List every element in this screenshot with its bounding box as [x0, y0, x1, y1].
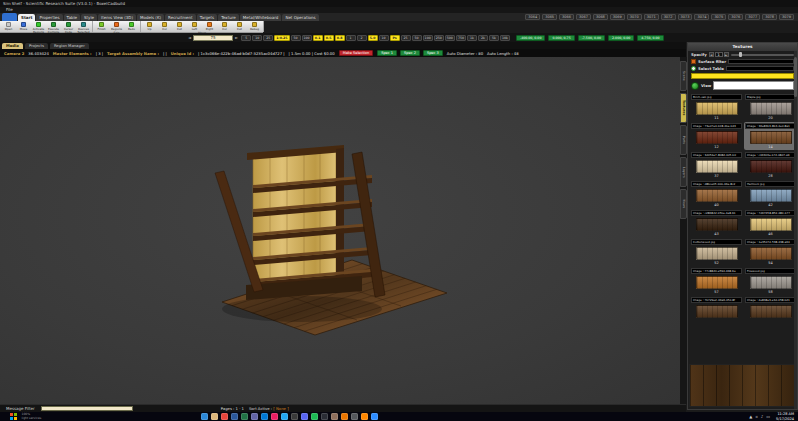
ribbon-tab[interactable]: Metal/Whiteboard — [240, 14, 282, 21]
snap-button[interactable]: 1 — [346, 35, 356, 41]
texture-cell[interactable]: Image : 7b729e2-46a6-45d-8f — [690, 296, 743, 320]
mini-top-button[interactable]: 3065 — [542, 14, 557, 20]
snap-button[interactable]: 250 — [434, 35, 444, 41]
taskbar-app-icon[interactable] — [261, 413, 268, 420]
mini-top-button[interactable]: 3077 — [745, 14, 760, 20]
coordinate-button[interactable]: -7.500, 0.00 — [578, 35, 605, 41]
snap-button[interactable]: 10 — [379, 35, 389, 41]
ribbon-button[interactable]: Finish — [94, 21, 109, 31]
mini-top-button[interactable]: 3073 — [678, 14, 693, 20]
ribbon-tab[interactable]: Table — [64, 14, 80, 21]
mini-top-button[interactable]: 3068 — [593, 14, 608, 20]
select-table-radio[interactable] — [691, 66, 696, 71]
panel-scrollbar[interactable] — [794, 51, 797, 409]
coordinate-button[interactable]: 0.000, 0.75 — [548, 35, 574, 41]
ribbon-tab[interactable]: Recruitment — [165, 14, 196, 21]
snap-button[interactable]: 50 — [412, 35, 422, 41]
texture-cell[interactable]: Image : 3d054e7-8082-4d5-b0 37 — [690, 151, 743, 179]
texture-cell[interactable]: Cottonwood.jpg 52 — [690, 238, 743, 266]
surface-filter-icon[interactable] — [691, 59, 696, 64]
ribbon-button[interactable]: Up — [142, 21, 157, 31]
taskbar-app-icon[interactable] — [291, 413, 298, 420]
ribbon-tab[interactable]: Texture — [218, 14, 239, 21]
texture-thumbnail[interactable] — [750, 102, 792, 115]
select-table-field[interactable] — [726, 66, 794, 71]
texture-thumbnail[interactable] — [750, 131, 792, 144]
texture-thumbnail[interactable] — [696, 131, 738, 144]
panel-side-tab[interactable]: Scene — [680, 61, 687, 91]
mini-top-button[interactable]: 3067 — [576, 14, 591, 20]
ribbon-button[interactable]: Col — [217, 21, 232, 31]
mini-top-button[interactable]: 3072 — [661, 14, 676, 20]
texture-thumbnail[interactable] — [696, 102, 738, 115]
texture-cell[interactable]: Image : 77c8820-e59d-468-9e 57 — [690, 267, 743, 295]
ribbon-tab[interactable]: Properties — [36, 14, 62, 21]
taskbar-app-icon[interactable] — [341, 413, 348, 420]
taskbar-app-icon[interactable] — [321, 413, 328, 420]
snap-button[interactable]: 10k — [500, 35, 510, 41]
texture-thumbnail[interactable] — [696, 276, 738, 289]
snap-button[interactable]: 1k — [467, 35, 477, 41]
step-left-arrow[interactable]: ◄ — [188, 35, 191, 40]
ribbon-tab[interactable]: Models (K) — [137, 14, 164, 21]
tray-icon[interactable]: ▭ — [766, 414, 770, 419]
snap-button[interactable]: 5.0 — [368, 35, 378, 41]
panel-side-tab[interactable]: Textures — [680, 93, 687, 123]
texture-search-input[interactable] — [691, 73, 794, 79]
texture-cell[interactable]: Image : 73ed7e4-b08-4be-b43 12 — [690, 122, 743, 150]
taskbar-app-icon[interactable] — [221, 413, 228, 420]
texture-large-preview[interactable] — [689, 364, 796, 407]
ribbon-button[interactable]: Redo — [124, 21, 139, 31]
snap-button[interactable]: 5k — [489, 35, 499, 41]
snap-button[interactable]: 25 — [263, 35, 273, 41]
ribbon-button[interactable]: Right — [202, 21, 217, 31]
texture-thumbnail[interactable] — [750, 189, 792, 202]
ribbon-tab[interactable]: Items View (3D) — [98, 14, 136, 21]
texture-cell[interactable]: Image : 7d67658-852-480-b77 46 — [744, 209, 797, 237]
coordinate-button[interactable]: 2.000, 0.00 — [608, 35, 634, 41]
texture-thumbnail[interactable] — [750, 218, 792, 231]
tray-icon[interactable]: ♪ — [761, 414, 764, 419]
taskbar-app-icon[interactable] — [211, 413, 218, 420]
panel-side-tab[interactable]: Layers — [680, 157, 687, 187]
texture-thumbnail[interactable] — [750, 305, 792, 318]
step-value-input[interactable] — [193, 35, 233, 41]
ribbon-tab[interactable]: Net Operations — [282, 14, 318, 21]
taskbar-app-icon[interactable] — [231, 413, 238, 420]
view-icon[interactable] — [691, 82, 699, 90]
tray-icon[interactable]: ▲ — [749, 414, 752, 419]
snap-button[interactable]: 0.8 — [335, 35, 345, 41]
texture-cell[interactable]: Image : 1e35d7d-538-438-a64 54 — [744, 238, 797, 266]
snap-button[interactable]: 5 — [241, 35, 251, 41]
taskbar-clock[interactable]: 11:28 AM 5/17/2024 — [776, 412, 794, 420]
texture-cell[interactable]: Image : 36e83b3-8b3-4ed-8a1 14 — [744, 122, 797, 150]
ribbon-tab[interactable]: Start — [18, 14, 35, 21]
surface-filter-field[interactable] — [728, 59, 794, 64]
texture-thumbnail[interactable] — [696, 189, 738, 202]
taskbar-app-icon[interactable] — [251, 413, 258, 420]
spec-button[interactable]: Spec 3 — [423, 50, 443, 56]
mini-top-button[interactable]: 3069 — [610, 14, 625, 20]
tray-icon[interactable]: ⌗ — [755, 414, 757, 419]
mini-top-button[interactable]: 3078 — [762, 14, 777, 20]
coordinate-button[interactable]: -400.00, 0.00 — [516, 35, 545, 41]
mini-top-button[interactable]: 3070 — [627, 14, 642, 20]
texture-thumbnail[interactable] — [696, 218, 738, 231]
texture-cell[interactable]: Image : 2e838e3-e3d-458-b21 — [744, 296, 797, 320]
ribbon-tab[interactable]: Targets — [197, 14, 217, 21]
mini-top-button[interactable]: 3079 — [779, 14, 794, 20]
mini-top-button[interactable]: 3074 — [694, 14, 709, 20]
make-selection-button[interactable]: Make Selection — [339, 50, 373, 56]
ribbon-tab[interactable]: Style — [81, 14, 97, 21]
mini-top-button[interactable]: 3066 — [559, 14, 574, 20]
home-tab-icon[interactable] — [2, 13, 17, 21]
texture-cell[interactable]: Firewood.jpg 58 — [744, 267, 797, 295]
snap-button[interactable]: 500 — [445, 35, 455, 41]
specify-slider[interactable] — [731, 54, 794, 56]
snap-button[interactable]: 0.1 — [313, 35, 323, 41]
stepper-up-icon[interactable]: ► — [724, 52, 729, 57]
scrollbar-thumb[interactable] — [794, 57, 797, 97]
coordinate-button[interactable]: 4.750, 0.00 — [637, 35, 663, 41]
snap-button[interactable]: 2k — [478, 35, 488, 41]
taskbar-app-icon[interactable] — [331, 413, 338, 420]
